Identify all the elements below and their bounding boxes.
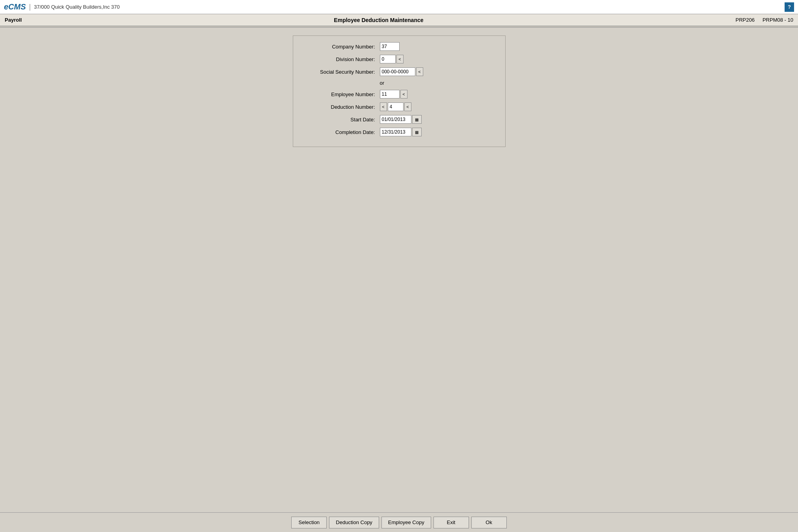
or-text: or <box>380 80 385 86</box>
bottom-bar: Selection Deduction Copy Employee Copy E… <box>0 512 798 532</box>
ssn-row: Social Security Number: < <box>301 67 497 76</box>
start-date-input[interactable] <box>380 115 411 124</box>
ssn-input[interactable] <box>380 67 415 76</box>
page-codes: PRP206 PRPM08 - 10 <box>736 17 793 23</box>
employee-copy-button[interactable]: Employee Copy <box>381 517 431 528</box>
app-logo: eCMS <box>4 2 26 11</box>
ssn-group: < <box>380 67 423 76</box>
division-number-label: Division Number: <box>301 56 380 62</box>
employee-number-row: Employee Number: < <box>301 90 497 99</box>
division-number-row: Division Number: < <box>301 55 497 63</box>
start-date-label: Start Date: <box>301 117 380 123</box>
page-title: Employee Deduction Maintenance <box>22 17 735 23</box>
company-info: 37/000 Quick Quality Builders,Inc 370 <box>34 4 120 10</box>
deduction-prev-button[interactable]: < <box>380 102 387 111</box>
completion-date-row: Completion Date: ▦ <box>301 128 497 136</box>
division-number-input[interactable] <box>380 55 396 63</box>
employee-number-group: < <box>380 90 407 99</box>
completion-date-input[interactable] <box>380 128 411 136</box>
header-bar: eCMS | 37/000 Quick Quality Builders,Inc… <box>0 0 798 14</box>
company-number-input[interactable] <box>380 42 400 51</box>
form-panel: Company Number: Division Number: < Socia… <box>293 35 506 147</box>
menu-bar: Payroll Employee Deduction Maintenance P… <box>0 14 798 26</box>
employee-number-label: Employee Number: <box>301 91 380 97</box>
page-code: PRP206 <box>736 17 755 23</box>
deduction-copy-button[interactable]: Deduction Copy <box>329 517 379 528</box>
company-number-row: Company Number: <box>301 42 497 51</box>
completion-date-label: Completion Date: <box>301 129 380 135</box>
deduction-number-input[interactable] <box>388 102 404 111</box>
division-nav-button[interactable]: < <box>396 55 404 63</box>
start-date-calendar-button[interactable]: ▦ <box>412 115 422 124</box>
completion-date-group: ▦ <box>380 128 422 136</box>
company-number-label: Company Number: <box>301 44 380 50</box>
main-content: Company Number: Division Number: < Socia… <box>0 28 798 512</box>
ok-button[interactable]: Ok <box>471 517 507 528</box>
selection-button[interactable]: Selection <box>291 517 327 528</box>
deduction-next-button[interactable]: < <box>404 102 411 111</box>
completion-date-calendar-button[interactable]: ▦ <box>412 128 422 136</box>
employee-nav-button[interactable]: < <box>400 90 407 99</box>
deduction-number-row: Deduction Number: < < <box>301 102 497 111</box>
ssn-label: Social Security Number: <box>301 69 380 75</box>
exit-button[interactable]: Exit <box>433 517 469 528</box>
division-number-group: < <box>380 55 404 63</box>
or-row: or <box>301 80 497 86</box>
header-divider: | <box>29 3 31 11</box>
help-button[interactable]: ? <box>785 2 794 12</box>
deduction-number-group: < < <box>380 102 411 111</box>
start-date-row: Start Date: ▦ <box>301 115 497 124</box>
module-label: Payroll <box>5 17 22 23</box>
page-number: PRPM08 - 10 <box>763 17 793 23</box>
ssn-nav-button[interactable]: < <box>416 67 423 76</box>
start-date-group: ▦ <box>380 115 422 124</box>
employee-number-input[interactable] <box>380 90 400 99</box>
deduction-number-label: Deduction Number: <box>301 104 380 110</box>
